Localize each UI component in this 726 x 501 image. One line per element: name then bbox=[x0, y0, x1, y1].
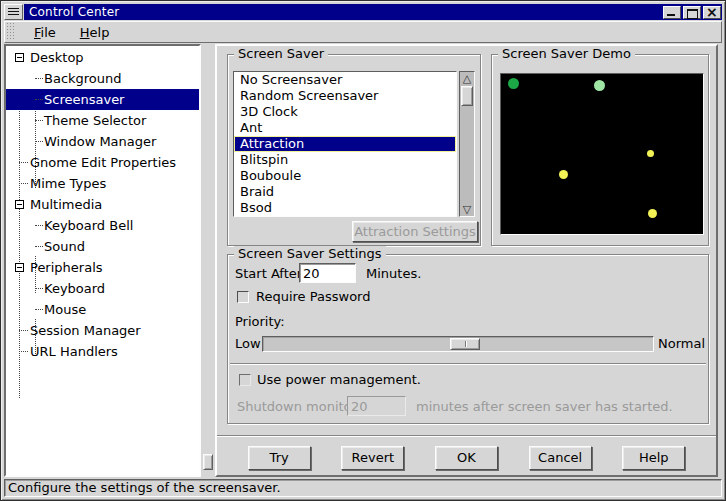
priority-low-label: Low bbox=[235, 336, 261, 351]
demo-dot bbox=[594, 80, 605, 91]
tree-dash bbox=[35, 246, 43, 247]
tree-dash bbox=[19, 330, 28, 331]
sidebar-item-mouse[interactable]: Mouse bbox=[6, 299, 199, 320]
sidebar-item-label: Session Manager bbox=[30, 323, 141, 338]
settings-separator bbox=[230, 363, 706, 365]
help-button[interactable]: Help bbox=[622, 446, 685, 470]
tree-dash bbox=[19, 162, 28, 163]
sidebar-item-mime-types[interactable]: Mime Types bbox=[6, 173, 199, 194]
sidebar-item-label: Sound bbox=[44, 239, 85, 254]
settings-frame-title: Screen Saver Settings bbox=[234, 246, 386, 261]
control-center-window: Control Center FileHelp DesktopBackgroun… bbox=[0, 0, 726, 501]
sidebar-item-label: Screensaver bbox=[44, 92, 124, 107]
collapse-icon[interactable] bbox=[15, 263, 24, 272]
screensaver-option-bouboule[interactable]: Bouboule bbox=[234, 168, 456, 184]
sidebar: DesktopBackgroundScreensaverTheme Select… bbox=[4, 44, 201, 477]
tree-dash bbox=[35, 225, 43, 226]
minutes-label: Minutes. bbox=[366, 266, 421, 281]
sidebar-item-label: Gnome Edit Properties bbox=[30, 155, 176, 170]
scroll-up-icon[interactable]: △ bbox=[460, 72, 474, 85]
cancel-button[interactable]: Cancel bbox=[529, 446, 592, 470]
menubar-grip[interactable] bbox=[5, 22, 16, 42]
scrollbar-thumb[interactable] bbox=[461, 86, 473, 106]
start-after-label: Start After bbox=[235, 266, 302, 281]
sidebar-item-peripherals[interactable]: Peripherals bbox=[6, 257, 199, 278]
shutdown-minutes-input bbox=[347, 396, 406, 416]
close-icon[interactable] bbox=[703, 6, 721, 19]
window-menu-icon[interactable] bbox=[4, 4, 23, 20]
ok-button[interactable]: OK bbox=[435, 446, 498, 470]
screensaver-scrollbar[interactable]: △ ▽ bbox=[459, 71, 475, 217]
screensaver-option-attraction[interactable]: Attraction bbox=[234, 136, 456, 152]
demo-dot bbox=[647, 150, 654, 157]
settings-frame: Screen Saver Settings Start After Minute… bbox=[227, 254, 709, 424]
tree-dash bbox=[35, 78, 43, 79]
sidebar-item-label: Multimedia bbox=[30, 197, 102, 212]
footer-separator bbox=[217, 435, 716, 437]
tree-dash bbox=[35, 120, 43, 121]
screensaver-option-braid[interactable]: Braid bbox=[234, 184, 456, 200]
minimize-icon[interactable] bbox=[663, 6, 681, 19]
require-password-checkbox[interactable] bbox=[237, 291, 249, 303]
demo-frame: Screen Saver Demo bbox=[491, 54, 709, 246]
paned-handle[interactable] bbox=[203, 454, 213, 470]
scroll-down-icon[interactable]: ▽ bbox=[460, 203, 474, 216]
priority-slider[interactable] bbox=[262, 336, 654, 352]
status-bar: Configure the settings of the screensave… bbox=[4, 479, 722, 497]
menu-help[interactable]: Help bbox=[68, 23, 122, 43]
sidebar-item-window-manager[interactable]: Window Manager bbox=[6, 131, 199, 152]
sidebar-item-url-handlers[interactable]: URL Handlers bbox=[6, 341, 199, 362]
priority-label: Priority: bbox=[235, 314, 285, 329]
revert-button[interactable]: Revert bbox=[341, 446, 404, 470]
demo-dot bbox=[559, 170, 568, 179]
power-management-label: Use power management. bbox=[257, 372, 421, 387]
sidebar-item-session-manager[interactable]: Session Manager bbox=[6, 320, 199, 341]
priority-normal-label: Normal bbox=[658, 336, 705, 351]
sidebar-item-screensaver[interactable]: Screensaver bbox=[6, 89, 199, 110]
screensaver-option-bsod[interactable]: Bsod bbox=[234, 200, 456, 216]
collapse-icon[interactable] bbox=[15, 53, 24, 62]
tree-dash bbox=[19, 351, 28, 352]
tree-dash bbox=[35, 288, 43, 289]
footer-buttons: Try Revert OK Cancel Help bbox=[217, 443, 716, 473]
menubar: FileHelp bbox=[4, 21, 722, 43]
maximize-icon[interactable] bbox=[683, 6, 701, 19]
sidebar-item-label: Background bbox=[44, 71, 122, 86]
collapse-icon[interactable] bbox=[15, 200, 24, 209]
screensaver-frame-title: Screen Saver bbox=[234, 46, 328, 61]
screensaver-option-3d-clock[interactable]: 3D Clock bbox=[234, 104, 456, 120]
shutdown-monitor-label: Shutdown monitor bbox=[237, 399, 357, 414]
menu-file[interactable]: File bbox=[22, 23, 68, 43]
sidebar-item-label: URL Handlers bbox=[30, 344, 118, 359]
sidebar-item-gnome-edit-properties[interactable]: Gnome Edit Properties bbox=[6, 152, 199, 173]
sidebar-item-background[interactable]: Background bbox=[6, 68, 199, 89]
shutdown-suffix-label: minutes after screen saver has started. bbox=[416, 399, 673, 414]
demo-frame-title: Screen Saver Demo bbox=[498, 46, 635, 61]
sidebar-item-label: Keyboard bbox=[44, 281, 105, 296]
titlebar[interactable]: Control Center bbox=[24, 4, 722, 20]
window-title: Control Center bbox=[29, 5, 663, 19]
sidebar-item-multimedia[interactable]: Multimedia bbox=[6, 194, 199, 215]
screensaver-option-ant[interactable]: Ant bbox=[234, 120, 456, 136]
sidebar-item-sound[interactable]: Sound bbox=[6, 236, 199, 257]
sidebar-item-desktop[interactable]: Desktop bbox=[6, 47, 199, 68]
screensaver-option-no-screensaver[interactable]: No Screensaver bbox=[234, 72, 456, 88]
sidebar-item-label: Theme Selector bbox=[44, 113, 146, 128]
demo-canvas bbox=[500, 73, 704, 235]
tree-dash bbox=[35, 309, 43, 310]
sidebar-item-theme-selector[interactable]: Theme Selector bbox=[6, 110, 199, 131]
attraction-settings-button[interactable]: Attraction Settings bbox=[352, 221, 478, 242]
sidebar-item-label: Keyboard Bell bbox=[44, 218, 133, 233]
sidebar-item-label: Mime Types bbox=[30, 176, 106, 191]
sidebar-item-label: Mouse bbox=[44, 302, 86, 317]
screensaver-option-random-screensaver[interactable]: Random Screensaver bbox=[234, 88, 456, 104]
screensaver-option-blitspin[interactable]: Blitspin bbox=[234, 152, 456, 168]
sidebar-item-label: Window Manager bbox=[44, 134, 156, 149]
priority-slider-thumb[interactable] bbox=[450, 338, 480, 350]
sidebar-item-keyboard[interactable]: Keyboard bbox=[6, 278, 199, 299]
power-management-checkbox[interactable] bbox=[239, 374, 251, 386]
window-controls bbox=[663, 6, 721, 19]
start-after-input[interactable] bbox=[299, 263, 356, 283]
sidebar-item-keyboard-bell[interactable]: Keyboard Bell bbox=[6, 215, 199, 236]
try-button[interactable]: Try bbox=[248, 446, 311, 470]
